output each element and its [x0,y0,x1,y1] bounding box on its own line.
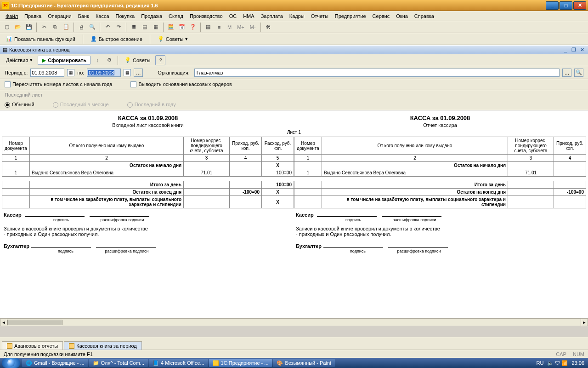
scroll-left-icon[interactable]: ◄ [0,319,7,326]
last-sheet-group: Последний лист [0,90,588,99]
advice-button[interactable]: 💡 Советы ▾ [154,34,191,44]
menu-edit[interactable]: Правка [22,12,44,20]
new-icon[interactable]: ▢ [2,22,12,32]
task-gmail[interactable]: 🌐 Gmail - Входящие - ... [22,359,88,367]
menu-operations[interactable]: Операции [45,12,74,20]
mminus-icon[interactable]: M- [248,22,258,32]
sub-close-icon[interactable]: ✕ [579,46,585,53]
help-icon[interactable]: ❓ [188,22,198,32]
date-from-input[interactable]: 01.09.2008 [30,69,64,77]
settings-icon[interactable]: 🛠 [263,22,273,32]
calc-icon[interactable]: 🧮 [166,22,176,32]
task-office[interactable]: 📘 4 Microsoft Office... [149,359,208,367]
params-row: Период с: 01.09.2008 ▦ по: 01.09.2008 ▦ … [0,66,588,79]
dropdown-icon: ▾ [185,36,188,42]
find-icon[interactable]: 🔍 [87,22,97,32]
mplus-icon[interactable]: M+ [235,22,247,32]
menu-reports[interactable]: Отчеты [308,12,331,20]
actions-dropdown[interactable]: Действия ▾ [3,55,36,65]
menu-nma[interactable]: НМА [240,12,257,20]
radio-last-month[interactable]: Последний в месяце [53,102,109,108]
menu-staff[interactable]: Кадры [287,12,307,20]
show-panel-button[interactable]: 📊 Показать панель функций [3,34,79,44]
action-icon-2[interactable]: ⚙ [104,55,114,65]
maximize-button[interactable]: □ [560,1,572,10]
radio-last-year[interactable]: Последний в году [127,102,176,108]
bulb2-icon: 💡 [124,57,131,63]
horizontal-scrollbar[interactable]: ◄ ► [0,318,588,326]
save-icon[interactable]: 💾 [24,22,34,32]
calendar-icon[interactable]: 📅 [177,22,187,32]
menu-warehouse[interactable]: Склад [166,12,186,20]
date-to-input[interactable]: 01.09.2008 [87,69,121,77]
tray-lang[interactable]: RU [536,360,543,366]
menu-help[interactable]: Справка [412,12,437,20]
close-button[interactable]: ✕ [573,1,586,10]
org-select-button[interactable]: … [562,69,571,77]
tab-advance-reports[interactable]: Авансовые отчеты [2,341,63,350]
report-subtitle-right: Отчет кассира [294,122,586,128]
scroll-right-icon[interactable]: ► [581,319,588,326]
status-num: NUM [573,351,584,357]
task-totalcmd[interactable]: 📁 Оля^ - Total Com... [89,359,148,367]
table-icon[interactable]: ▦ [203,22,213,32]
radio-normal[interactable]: Обычный [5,102,34,108]
m-icon[interactable]: M [225,22,234,32]
start-button[interactable] [2,358,20,368]
open-icon[interactable]: 📂 [13,22,23,32]
menubar: Файл Правка Операции Банк Касса Покупка … [0,11,588,21]
tool-icon[interactable]: ≣ [129,22,139,32]
menu-salary[interactable]: Зарплата [258,12,286,20]
task-1c[interactable]: 🟨 1С:Предприятие - ... [209,359,272,367]
menu-production[interactable]: Производство [187,12,226,20]
org-label: Организация: [158,70,189,75]
menu-bank[interactable]: Банк [75,12,92,20]
task-paint[interactable]: 🎨 Безымянный - Paint [273,359,335,367]
action-icon-1[interactable]: ↕ [92,55,102,65]
toolbar-secondary: 📊 Показать панель функций 👤 Быстрое осво… [0,33,588,45]
calendar-from-icon[interactable]: ▦ [67,69,74,76]
tab-cash-book[interactable]: Кассовая книга за период [64,341,141,350]
menu-enterprise[interactable]: Предприятие [332,12,369,20]
redo-icon[interactable]: ↷ [113,22,124,32]
tool3-icon[interactable]: ▦ [151,22,161,32]
minimize-button[interactable]: _ [546,1,559,10]
advice2-button[interactable]: 💡 Советы [121,55,153,65]
form-button[interactable]: ▶ Сформировать [38,56,90,65]
recalc-checkbox[interactable]: Пересчитать номера листов с начала года [5,81,112,88]
menu-cash[interactable]: Касса [93,12,112,20]
menu-file[interactable]: Файл [3,12,21,20]
sub-restore-icon[interactable]: ❐ [571,46,577,53]
help2-icon[interactable]: ? [155,55,165,65]
menu-os[interactable]: ОС [226,12,240,20]
print-icon[interactable]: 🖨 [76,22,86,32]
org-open-button[interactable]: 🔍 [574,69,583,77]
system-tray[interactable]: RU 🔈 🛡 📶 23:06 [532,360,588,366]
bottom-tabs: Авансовые отчеты Кассовая книга за перио… [0,337,588,350]
org-input[interactable]: Глаз-алмаз [194,69,560,77]
report-table-left: Номер документаОт кого получено или кому… [2,137,294,208]
menu-windows[interactable]: Окна [393,12,411,20]
quick-learn-button[interactable]: 👤 Быстрое освоение [87,34,146,44]
cut-icon[interactable]: ✂ [39,22,49,32]
tool2-icon[interactable]: ▤ [140,22,150,32]
menu-purchase[interactable]: Покупка [113,12,138,20]
statusbar: Для получения подсказки нажмите F1 CAP N… [0,350,588,358]
tray-icons[interactable]: 🔈 🛡 📶 [547,360,568,366]
calendar-to-icon[interactable]: ▦ [124,69,131,76]
sub-min-icon[interactable]: _ [562,46,569,53]
period-select-button[interactable]: … [134,69,143,77]
scroll-thumb[interactable] [7,320,62,325]
copy-icon[interactable]: ⧉ [50,22,60,32]
menu-service[interactable]: Сервис [370,12,393,20]
tab-icon [69,343,74,349]
status-hint: Для получения подсказки нажмите F1 [4,351,93,357]
menu-sale[interactable]: Продажа [138,12,165,20]
to-label: по: [77,70,84,75]
show-basis-checkbox[interactable]: Выводить основания кассовых ордеров [130,81,232,88]
undo-icon[interactable]: ↶ [102,22,113,32]
panel-icon: 📊 [6,36,12,42]
windows-taskbar: 🌐 Gmail - Входящие - ... 📁 Оля^ - Total … [0,358,588,368]
list-icon[interactable]: ≡ [214,22,224,32]
paste-icon[interactable]: 📋 [61,22,71,32]
